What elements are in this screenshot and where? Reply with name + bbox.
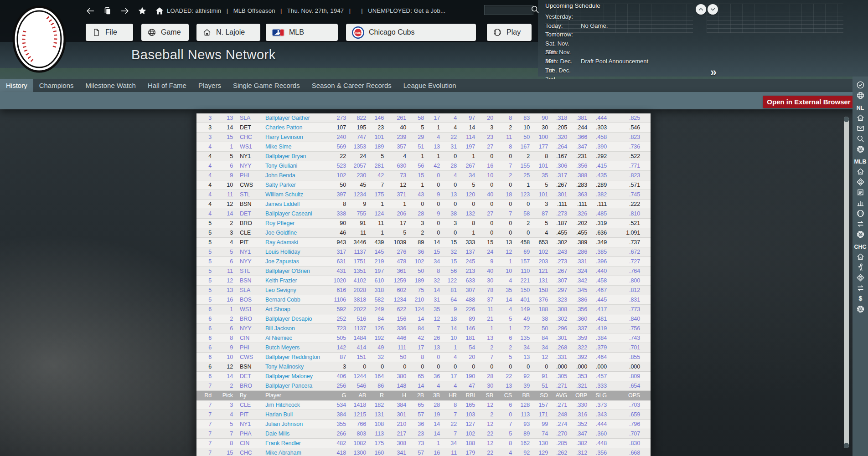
home-outline-icon[interactable]	[855, 166, 866, 177]
tab-league-evolution[interactable]: League Evolution	[398, 79, 462, 92]
mlb-button[interactable]: MLB	[266, 24, 338, 41]
column-header-3b[interactable]: 3B	[424, 391, 440, 400]
column-header-cs[interactable]: CS	[493, 391, 512, 400]
tab-history[interactable]: History	[0, 79, 33, 92]
player-link[interactable]: Keith Frazier	[265, 277, 297, 284]
chevron-up-icon[interactable]	[696, 4, 706, 15]
search-input[interactable]	[484, 5, 533, 15]
globe-icon[interactable]	[855, 90, 866, 101]
gear-icon[interactable]	[855, 304, 866, 314]
player-link[interactable]: Jim Hitchcock	[265, 402, 300, 408]
gear-icon[interactable]	[855, 144, 866, 154]
chevron-down-icon[interactable]	[708, 4, 718, 15]
column-header-2b[interactable]: 2B	[406, 391, 424, 400]
open-external-browser-button[interactable]: Open in External Browser	[763, 96, 854, 108]
column-header-h[interactable]: H	[384, 391, 406, 400]
player-link[interactable]: Ballplayer Reddington	[265, 354, 320, 360]
player-link[interactable]: William Schultz	[265, 191, 303, 198]
gear-icon[interactable]	[855, 229, 866, 240]
player-link[interactable]: Salty Parker	[265, 182, 296, 188]
player-link[interactable]: Ballplayer O'Brien	[265, 268, 310, 274]
news-icon[interactable]	[855, 187, 866, 198]
tab-single-game-records[interactable]: Single Game Records	[227, 79, 306, 92]
tab-hall-of-fame[interactable]: Hall of Fame	[142, 79, 192, 92]
swap-icon[interactable]	[855, 283, 866, 293]
player-link[interactable]: Ballplayer Caseani	[265, 210, 312, 217]
player-link[interactable]: Tony Malinosky	[265, 364, 304, 370]
column-header-player[interactable]: Player	[263, 391, 318, 400]
player-link[interactable]: Tony Giuliani	[265, 163, 297, 169]
player-link[interactable]: John Benda	[265, 172, 295, 179]
player-link[interactable]: Leo Sevigny	[265, 287, 296, 293]
player-link[interactable]: Dale Mills	[265, 430, 289, 437]
player-link[interactable]: Harry Levinson	[265, 134, 303, 140]
mail-icon[interactable]	[855, 123, 866, 133]
field-icon[interactable]	[855, 272, 866, 283]
player-link[interactable]: Joe Goldfine	[265, 230, 297, 236]
play-button[interactable]: Play	[487, 24, 532, 41]
file-button[interactable]: File	[86, 24, 133, 41]
column-header-rbi[interactable]: RBI	[457, 391, 475, 400]
game-button[interactable]: Game	[141, 24, 189, 41]
player-link[interactable]: Ballplayer Desapio	[265, 316, 312, 322]
column-header-pick[interactable]: Pick	[215, 391, 236, 400]
column-header-avg[interactable]: AVG	[548, 391, 567, 400]
column-header-r[interactable]: R	[366, 391, 384, 400]
player-link[interactable]: Al Niemiec	[265, 335, 292, 341]
column-header-bb[interactable]: BB	[512, 391, 530, 400]
column-header-ops[interactable]: OPS	[607, 391, 651, 400]
star-icon[interactable]	[137, 5, 148, 16]
pages-icon[interactable]	[102, 5, 113, 16]
player-link[interactable]: Art Shoap	[265, 306, 290, 313]
schedule-expander[interactable]: »	[710, 66, 717, 79]
home-outline-icon[interactable]	[855, 113, 866, 123]
player-link[interactable]: Joe Zapustas	[265, 258, 299, 265]
player-link[interactable]: Butch Meyers	[265, 344, 300, 351]
baseball-icon[interactable]	[855, 208, 866, 219]
tab-milestone-watch[interactable]: Milestone Watch	[80, 79, 142, 92]
n-lajoie-button[interactable]: N. Lajoie	[196, 24, 260, 41]
player-link[interactable]: Ray Adamski	[265, 239, 298, 246]
column-header-by[interactable]: By	[236, 391, 263, 400]
player-link[interactable]: Mike Abraham	[265, 450, 301, 456]
home-icon[interactable]	[154, 5, 165, 16]
chicago-cubs-button[interactable]: UBSChicago Cubs	[346, 24, 476, 41]
player-link[interactable]: Roy Pfleger	[265, 220, 294, 226]
player-link[interactable]: Julian Johnson	[265, 421, 303, 427]
tab-champions[interactable]: Champions	[33, 79, 80, 92]
check-circle-icon[interactable]	[855, 80, 866, 90]
column-header-slg[interactable]: SLG	[587, 391, 607, 400]
home-outline-icon[interactable]	[855, 251, 866, 262]
player-link[interactable]: Louis Holliday	[265, 249, 300, 255]
column-header-ab[interactable]: AB	[346, 391, 366, 400]
player-link[interactable]: Bernard Cobb	[265, 297, 300, 303]
back-icon[interactable]	[85, 5, 96, 16]
player-link[interactable]: Mike Sime	[265, 143, 291, 150]
forward-icon[interactable]	[119, 5, 130, 16]
column-header-hr[interactable]: HR	[440, 391, 457, 400]
search-icon[interactable]	[530, 5, 540, 16]
swap-icon[interactable]	[855, 219, 866, 229]
column-header-g[interactable]: G	[318, 391, 346, 400]
vertical-scrollbar[interactable]	[844, 117, 849, 448]
player-link[interactable]: Charles Patton	[265, 124, 302, 131]
tab-season-career-records[interactable]: Season & Career Records	[306, 79, 398, 92]
dollar-icon[interactable]: $	[855, 293, 866, 304]
column-header-obp[interactable]: OBP	[567, 391, 587, 400]
player-link[interactable]: James Liddell	[265, 201, 300, 207]
player-link[interactable]: Bill Jackson	[265, 325, 295, 332]
tab-players[interactable]: Players	[192, 79, 227, 92]
player-link[interactable]: Frank Rendler	[265, 440, 301, 446]
chart-icon[interactable]	[855, 198, 866, 208]
person-icon[interactable]	[855, 262, 866, 272]
column-header-sb[interactable]: SB	[475, 391, 493, 400]
player-link[interactable]: Ballplayer Bryan	[265, 153, 306, 159]
player-link[interactable]: Ballplayer Gaither	[265, 115, 310, 121]
player-link[interactable]: Harlan Bull	[265, 411, 293, 418]
column-header-rd[interactable]: Rd	[196, 391, 215, 400]
player-link[interactable]: Ballplayer Pancera	[265, 383, 312, 389]
search-icon[interactable]	[855, 133, 866, 144]
column-header-so[interactable]: SO	[530, 391, 548, 400]
player-link[interactable]: Ballplayer Maloney	[265, 373, 313, 379]
field-icon[interactable]	[855, 177, 866, 187]
